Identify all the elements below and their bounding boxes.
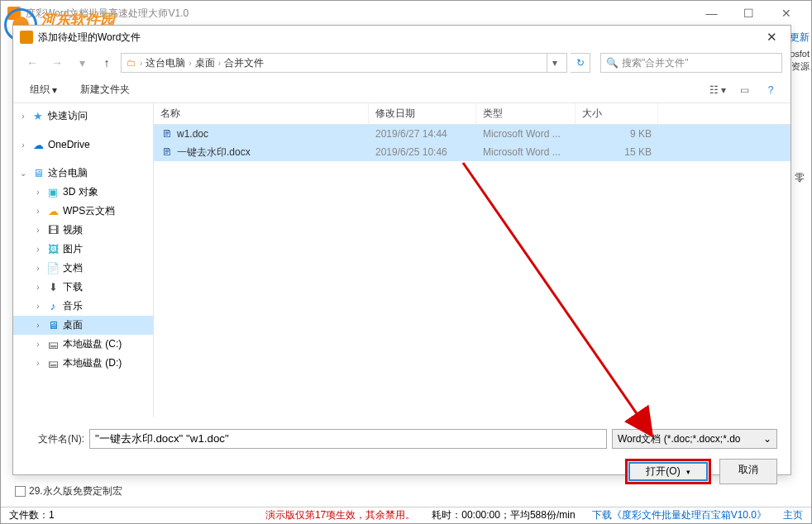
sidebar-item-7[interactable]: ›🖥桌面 <box>13 316 153 335</box>
file-size: 9 KB <box>576 128 658 140</box>
expand-icon[interactable]: › <box>18 141 28 150</box>
expand-icon[interactable]: › <box>33 245 43 254</box>
expand-icon[interactable]: › <box>33 264 43 273</box>
bg-text-osfot: osfot <box>790 49 810 59</box>
expand-icon[interactable]: › <box>33 207 43 216</box>
file-row[interactable]: 🖹w1.doc2019/6/27 14:44Microsoft Word ...… <box>154 125 791 143</box>
sidebar-item-label: WPS云文档 <box>63 204 115 218</box>
search-icon: 🔍 <box>606 57 619 69</box>
sidebar-item-8[interactable]: ›🖴本地磁盘 (C:) <box>13 335 153 354</box>
sidebar-item-1[interactable]: ›☁WPS云文档 <box>13 202 153 221</box>
folder-icon: 🗀 <box>127 57 136 69</box>
col-date[interactable]: 修改日期 <box>369 103 476 124</box>
expand-icon[interactable]: › <box>33 340 43 349</box>
col-size[interactable]: 大小 <box>576 103 658 124</box>
file-rows: 🖹w1.doc2019/6/27 14:44Microsoft Word ...… <box>154 125 791 417</box>
search-input[interactable]: 🔍 搜索"合并文件" <box>600 53 782 73</box>
forward-icon[interactable]: → <box>46 53 68 73</box>
dialog-title: 添加待处理的Word文件 <box>38 31 141 45</box>
file-row[interactable]: 🖹一键去水印.docx2019/6/25 10:46Microsoft Word… <box>154 143 791 161</box>
sidebar: › ★ 快速访问 › ☁ OneDrive ⌄ 🖥 这台电脑 ›▣3D 对象›☁… <box>13 103 154 417</box>
sidebar-item-label: 音乐 <box>63 299 83 313</box>
breadcrumb-seg-1[interactable]: 桌面 <box>195 56 215 70</box>
sidebar-item-0[interactable]: ›▣3D 对象 <box>13 183 153 202</box>
dialog-icon <box>20 31 33 44</box>
ico-doc-icon: 📄 <box>46 262 60 275</box>
preview-pane-icon[interactable]: ▭ <box>733 81 756 99</box>
expand-icon[interactable]: › <box>33 188 43 197</box>
collapse-icon[interactable]: ⌄ <box>18 169 28 178</box>
new-folder-button[interactable]: 新建文件夹 <box>72 80 138 99</box>
sidebar-item-label: 视频 <box>63 223 83 237</box>
breadcrumb-seg-2[interactable]: 合并文件 <box>224 56 264 70</box>
file-type: Microsoft Word ... <box>476 128 576 140</box>
computer-icon: 🖥 <box>31 167 45 180</box>
sidebar-item-9[interactable]: ›🖴本地磁盘 (D:) <box>13 354 153 373</box>
chevron-down-icon: ⌄ <box>763 433 771 445</box>
expand-icon[interactable]: › <box>18 112 28 121</box>
file-date: 2019/6/27 14:44 <box>369 128 476 140</box>
split-dropdown-icon[interactable]: ▾ <box>686 468 690 476</box>
dialog-nav: ← → ▾ ↑ 🗀 › 这台电脑 › 桌面 › 合并文件 ▾ ↻ 🔍 搜索"合并… <box>13 49 791 77</box>
file-date: 2019/6/25 10:46 <box>369 146 476 158</box>
dialog-bottom: 文件名(N): Word文档 (*.doc;*.docx;*.do ⌄ 打开(O… <box>13 417 791 493</box>
file-size: 15 KB <box>576 146 658 158</box>
file-count: 文件数：1 <box>9 508 55 522</box>
close-button[interactable]: ✕ <box>767 1 805 26</box>
bg-text-zero: 零 <box>795 171 805 185</box>
refresh-icon[interactable]: ↻ <box>571 53 590 73</box>
sidebar-item-label: 图片 <box>63 242 83 256</box>
trial-warning: 演示版仅第17项生效，其余禁用。 <box>265 508 415 522</box>
ico-desk-icon: 🖥 <box>46 319 60 332</box>
col-name[interactable]: 名称 <box>154 103 369 124</box>
dialog-close-icon[interactable]: ✕ <box>760 30 784 45</box>
chevron-right-icon[interactable]: › <box>218 59 221 68</box>
sidebar-quick-access[interactable]: › ★ 快速访问 <box>13 107 153 126</box>
open-button[interactable]: 打开(O) ▾ <box>625 459 711 484</box>
col-type[interactable]: 类型 <box>476 103 576 124</box>
sidebar-item-label: 3D 对象 <box>63 185 98 199</box>
filename-input[interactable] <box>89 429 607 449</box>
expand-icon[interactable]: › <box>33 283 43 292</box>
ico-music-icon: ♪ <box>46 300 60 313</box>
expand-icon[interactable]: › <box>33 302 43 311</box>
dialog-titlebar: 添加待处理的Word文件 ✕ <box>13 26 791 49</box>
file-open-dialog: 添加待处理的Word文件 ✕ ← → ▾ ↑ 🗀 › 这台电脑 › 桌面 › 合… <box>12 25 791 475</box>
expand-icon[interactable]: › <box>33 226 43 235</box>
sidebar-item-3[interactable]: ›🖼图片 <box>13 240 153 259</box>
download-link[interactable]: 下载《度彩文件批量处理百宝箱V10.0》 <box>592 508 767 522</box>
breadcrumb-dropdown-icon[interactable]: ▾ <box>547 54 561 72</box>
sidebar-item-2[interactable]: ›🎞视频 <box>13 221 153 240</box>
home-link[interactable]: 主页 <box>783 508 803 522</box>
organize-button[interactable]: 组织▾ <box>21 80 65 99</box>
chevron-right-icon[interactable]: › <box>189 59 191 68</box>
cancel-button[interactable]: 取消 <box>719 459 777 484</box>
elapsed-time: 耗时：00:00:00；平均588份/min <box>432 508 575 522</box>
up-icon[interactable]: ↑ <box>96 53 117 73</box>
sidebar-item-5[interactable]: ›⬇下载 <box>13 278 153 297</box>
sidebar-item-4[interactable]: ›📄文档 <box>13 259 153 278</box>
bg-link-update[interactable]: 更新 <box>790 31 810 45</box>
sidebar-item-label: 桌面 <box>63 318 83 332</box>
breadcrumb[interactable]: 🗀 › 这台电脑 › 桌面 › 合并文件 ▾ <box>121 53 567 73</box>
maximize-button[interactable]: ☐ <box>730 1 767 26</box>
sidebar-item-label: 文档 <box>63 261 83 275</box>
filename-label: 文件名(N): <box>26 432 84 446</box>
sidebar-item-6[interactable]: ›♪音乐 <box>13 297 153 316</box>
filetype-select[interactable]: Word文档 (*.doc;*.docx;*.do ⌄ <box>612 429 777 449</box>
file-type: Microsoft Word ... <box>476 146 576 158</box>
recent-dropdown-icon[interactable]: ▾ <box>71 53 93 73</box>
help-icon[interactable]: ? <box>759 81 782 99</box>
sidebar-onedrive[interactable]: › ☁ OneDrive <box>13 136 153 154</box>
breadcrumb-seg-0[interactable]: 这台电脑 <box>146 56 185 70</box>
sidebar-item-label: 本地磁盘 (D:) <box>63 356 122 370</box>
minimize-button[interactable]: — <box>693 1 730 26</box>
view-options-icon[interactable]: ☷ ▾ <box>706 81 729 99</box>
ico-pic-icon: 🖼 <box>46 243 60 256</box>
sidebar-this-pc[interactable]: ⌄ 🖥 这台电脑 <box>13 164 153 183</box>
expand-icon[interactable]: › <box>33 359 43 368</box>
chevron-right-icon[interactable]: › <box>140 59 142 68</box>
back-icon[interactable]: ← <box>21 53 43 73</box>
expand-icon[interactable]: › <box>33 321 43 330</box>
bg-titlebar: 度彩Word文档批量高速处理大师V1.0 — ☐ ✕ <box>1 1 811 26</box>
